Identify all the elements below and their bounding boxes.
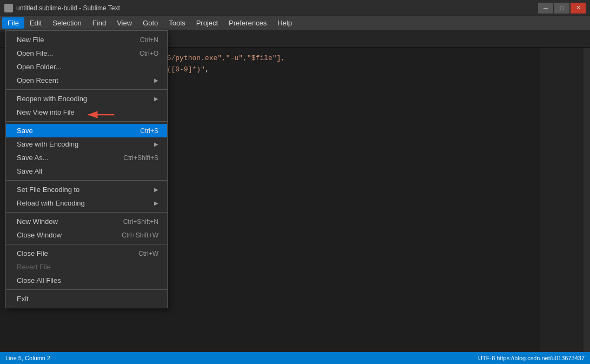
menu-item-save-as[interactable]: Save As... Ctrl+Shift+S	[6, 151, 167, 164]
maximize-button[interactable]: □	[554, 3, 569, 14]
separator-1	[6, 89, 167, 90]
menu-item-set-encoding[interactable]: Set File Encoding to ▶	[6, 183, 167, 196]
file-menu-dropdown: New File Ctrl+N Open File... Ctrl+O Open…	[5, 30, 168, 308]
menu-bar: File Edit Selection Find View Goto Tools…	[0, 16, 590, 30]
menu-item-close-all[interactable]: Close All Files	[6, 274, 167, 287]
menu-preferences[interactable]: Preferences	[223, 17, 272, 29]
menu-item-new-window[interactable]: New Window Ctrl+Shift+N	[6, 215, 167, 228]
menu-file[interactable]: File	[2, 17, 24, 29]
editor-scrollbar[interactable]	[584, 48, 590, 352]
menu-view[interactable]: View	[111, 17, 137, 29]
separator-4	[6, 212, 167, 213]
status-bar: Line 5, Column 2 UTF-8 https://blog.csdn…	[0, 352, 590, 364]
menu-find[interactable]: Find	[87, 17, 111, 29]
title-bar: untitled.sublime-build - Sublime Text ─ …	[0, 0, 590, 16]
menu-item-close-window[interactable]: Close Window Ctrl+Shift+W	[6, 228, 167, 242]
app-icon	[4, 4, 13, 12]
menu-item-close-file[interactable]: Close File Ctrl+W	[6, 247, 167, 260]
dropdown-menu: New File Ctrl+N Open File... Ctrl+O Open…	[5, 30, 168, 308]
close-button[interactable]: ✕	[571, 3, 586, 14]
menu-item-reopen-encoding[interactable]: Reopen with Encoding ▶	[6, 92, 167, 105]
menu-help[interactable]: Help	[272, 17, 297, 29]
menu-item-reload-encoding[interactable]: Reload with Encoding ▶	[6, 196, 167, 210]
menu-item-open-file[interactable]: Open File... Ctrl+O	[6, 47, 167, 60]
menu-item-exit[interactable]: Exit	[6, 292, 167, 306]
separator-3	[6, 180, 167, 181]
menu-item-new-view[interactable]: New View into File	[6, 105, 167, 119]
separator-6	[6, 289, 167, 290]
menu-project[interactable]: Project	[191, 17, 223, 29]
status-position: Line 5, Column 2	[5, 355, 50, 361]
window-title: untitled.sublime-build - Sublime Text	[16, 4, 538, 12]
menu-item-revert-file: Revert File	[6, 260, 167, 274]
editor-minimap	[540, 48, 584, 352]
menu-item-save-all[interactable]: Save All	[6, 164, 167, 178]
menu-selection[interactable]: Selection	[47, 17, 87, 29]
menu-item-new-file[interactable]: New File Ctrl+N	[6, 33, 167, 47]
separator-5	[6, 244, 167, 244]
status-encoding-url: UTF-8 https://blog.csdn.net/u013673437	[478, 355, 585, 361]
menu-goto[interactable]: Goto	[137, 17, 163, 29]
menu-edit[interactable]: Edit	[24, 17, 47, 29]
minimize-button[interactable]: ─	[538, 3, 553, 14]
window-controls: ─ □ ✕	[538, 3, 586, 14]
menu-item-open-recent[interactable]: Open Recent ▶	[6, 74, 167, 87]
menu-item-open-folder[interactable]: Open Folder...	[6, 60, 167, 74]
menu-tools[interactable]: Tools	[163, 17, 190, 29]
separator-2	[6, 121, 167, 122]
menu-item-save-encoding[interactable]: Save with Encoding ▶	[6, 137, 167, 151]
menu-item-save[interactable]: Save Ctrl+S	[6, 124, 167, 137]
